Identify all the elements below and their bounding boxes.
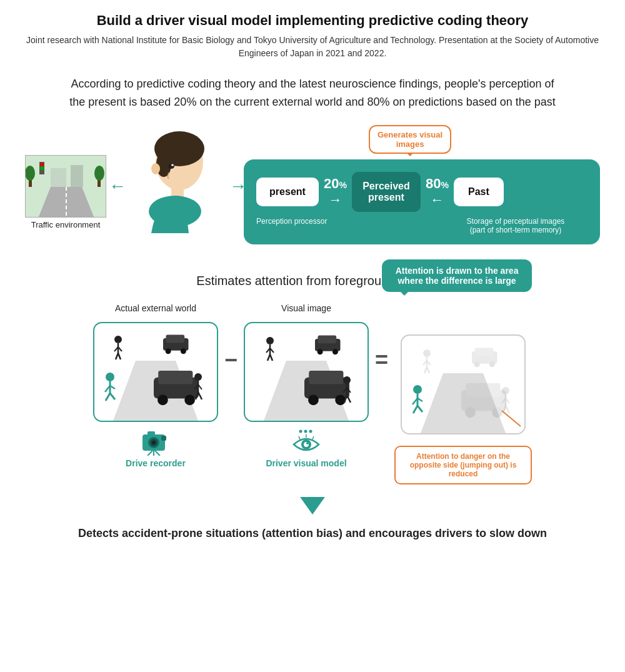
result-scene-box xyxy=(401,334,526,434)
svg-rect-51 xyxy=(148,431,155,436)
visual-image-scene xyxy=(244,322,369,422)
visual-image-label: Visual image xyxy=(281,303,331,313)
svg-point-19 xyxy=(149,196,201,227)
svg-point-82 xyxy=(306,442,309,444)
svg-rect-28 xyxy=(166,334,184,343)
driver-model-label: Driver visual model xyxy=(266,458,346,468)
svg-point-77 xyxy=(299,429,302,433)
svg-rect-10 xyxy=(51,168,66,187)
svg-point-95 xyxy=(474,361,480,367)
svg-rect-98 xyxy=(466,383,500,397)
page-container: Build a driver visual model implementing… xyxy=(0,0,625,559)
visual-image-block: Visual image xyxy=(244,303,369,468)
down-arrow-area xyxy=(25,497,600,517)
header-section: Build a driver visual model implementing… xyxy=(25,13,600,60)
storage-label: Storage of perceptual images (part of sh… xyxy=(444,217,588,234)
traffic-image xyxy=(25,155,106,218)
actual-world-block: Actual external world xyxy=(93,303,218,468)
svg-point-69 xyxy=(308,394,319,405)
svg-rect-94 xyxy=(475,348,494,356)
svg-line-35 xyxy=(106,393,110,401)
svg-line-92 xyxy=(427,367,429,373)
svg-point-39 xyxy=(158,394,168,405)
svg-point-8 xyxy=(40,163,44,166)
svg-point-71 xyxy=(343,376,351,384)
svg-rect-64 xyxy=(318,335,337,343)
svg-point-101 xyxy=(413,385,422,394)
svg-point-9 xyxy=(40,166,44,170)
drive-recorder-label: Drive recorder xyxy=(126,458,186,468)
svg-point-100 xyxy=(492,407,502,418)
arrow-left-icon: → xyxy=(430,192,444,208)
svg-line-113 xyxy=(502,411,521,426)
traffic-label: Traffic environment xyxy=(31,220,101,229)
svg-line-62 xyxy=(270,354,272,361)
generates-bubble: Generates visual images xyxy=(369,125,451,154)
traffic-block: Traffic environment xyxy=(25,155,106,229)
svg-line-36 xyxy=(110,393,115,399)
svg-point-66 xyxy=(332,349,338,354)
perception-diagram: Traffic environment ← xyxy=(25,130,600,255)
perceived-present-box: Perceived present xyxy=(352,172,421,212)
present-box: present xyxy=(256,178,319,206)
svg-point-65 xyxy=(318,349,323,354)
svg-line-85 xyxy=(312,436,314,439)
svg-point-87 xyxy=(423,349,431,357)
svg-point-40 xyxy=(184,394,195,405)
bottom-diagram: Actual external world xyxy=(25,303,600,484)
danger-bubble: Attention to danger on the opposite side… xyxy=(394,446,532,484)
actual-world-scene xyxy=(93,322,218,422)
sub-labels-row: Perception processor Storage of perceptu… xyxy=(256,217,588,234)
svg-point-6 xyxy=(94,166,104,181)
svg-point-50 xyxy=(152,441,156,444)
svg-point-15 xyxy=(151,163,160,174)
footer-text: Detects accident-prone situations (atten… xyxy=(25,527,600,540)
attention-bubble-area: Attention is drawn to the area where the… xyxy=(382,259,532,297)
result-block: Attention is drawn to the area where the… xyxy=(394,303,532,484)
svg-point-70 xyxy=(335,394,346,405)
past-box: Past xyxy=(454,178,504,206)
percent-20-label: 20% xyxy=(324,176,347,192)
person-illustration xyxy=(120,130,232,255)
svg-point-30 xyxy=(181,348,186,354)
perception-label: Perception processor xyxy=(256,217,327,226)
percent-sign-80: % xyxy=(441,180,448,190)
green-box-row: present 20% → Perceived present 80% → xyxy=(256,172,588,212)
svg-point-107 xyxy=(502,387,509,394)
driver-model-area: Driver visual model xyxy=(266,428,346,468)
down-arrow-icon xyxy=(300,497,325,514)
minus-operator: − xyxy=(224,347,238,373)
svg-point-17 xyxy=(171,164,174,166)
svg-rect-68 xyxy=(309,371,343,384)
svg-rect-11 xyxy=(71,165,83,187)
svg-line-83 xyxy=(299,436,300,439)
svg-line-26 xyxy=(118,353,121,359)
svg-point-57 xyxy=(266,337,274,344)
svg-point-99 xyxy=(465,407,476,418)
bottom-diagram-wrapper: Actual external world xyxy=(25,303,600,484)
equals-operator: = xyxy=(375,347,388,373)
svg-point-96 xyxy=(489,361,495,367)
svg-rect-52 xyxy=(161,436,166,441)
svg-point-29 xyxy=(166,348,171,354)
arrow-right-icon: → xyxy=(328,192,342,208)
svg-line-106 xyxy=(418,406,422,412)
svg-point-78 xyxy=(304,429,307,433)
svg-point-31 xyxy=(106,373,114,381)
percent-sign-20: % xyxy=(339,180,346,190)
svg-point-41 xyxy=(194,373,202,381)
main-title: Build a driver visual model implementing… xyxy=(25,13,600,29)
svg-line-53 xyxy=(148,451,152,456)
subtitle: Joint research with National Institute f… xyxy=(25,34,600,60)
perception-green-box: Generates visual images present 20% → Pe… xyxy=(244,159,600,244)
svg-line-112 xyxy=(506,406,509,413)
svg-point-79 xyxy=(309,429,312,433)
svg-line-55 xyxy=(155,451,160,456)
svg-point-21 xyxy=(114,336,122,343)
svg-rect-38 xyxy=(158,371,192,384)
svg-line-46 xyxy=(198,392,202,399)
svg-line-105 xyxy=(413,406,418,413)
drive-recorder-area: Drive recorder xyxy=(126,428,186,468)
attention-bubble: Attention is drawn to the area where the… xyxy=(382,259,532,292)
actual-world-label: Actual external world xyxy=(115,303,196,313)
